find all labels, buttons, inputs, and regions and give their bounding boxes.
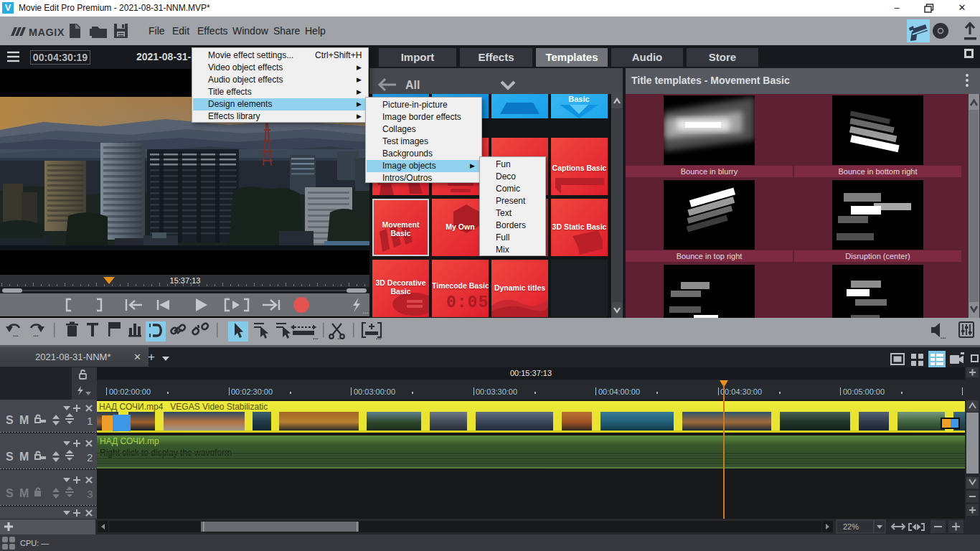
svg-text:00:04:00:00: 00:04:00:00 — [598, 387, 640, 396]
svg-text:00:02:00:00: 00:02:00:00 — [109, 387, 151, 396]
svg-text:...: ... — [313, 334, 319, 341]
svg-text:MAGIX: MAGIX — [29, 27, 65, 38]
svg-text:...: ... — [13, 331, 19, 338]
svg-text:00:04:30:00: 00:04:30:00 — [720, 387, 762, 396]
svg-text:M: M — [19, 414, 29, 426]
svg-text:...: ... — [362, 307, 368, 315]
svg-text:...: ... — [337, 334, 343, 341]
svg-text:S: S — [6, 414, 14, 426]
svg-text:M: M — [19, 451, 29, 463]
svg-text:00:03:00:00: 00:03:00:00 — [354, 387, 395, 396]
svg-text:00:05:00:00: 00:05:00:00 — [843, 387, 885, 396]
svg-text:Basic: Basic — [568, 95, 589, 103]
svg-text:S: S — [6, 451, 14, 463]
svg-text:15:37:13: 15:37:13 — [170, 276, 201, 285]
svg-text:00:03:30:00: 00:03:30:00 — [476, 387, 517, 396]
svg-text:2: 2 — [87, 451, 93, 463]
svg-text:22%: 22% — [843, 522, 859, 531]
svg-text:1: 1 — [87, 415, 93, 427]
svg-text:M: M — [19, 487, 29, 499]
svg-text:...: ... — [33, 331, 39, 338]
svg-text:...: ... — [376, 334, 382, 341]
svg-text:00:02:30:00: 00:02:30:00 — [231, 387, 273, 396]
svg-text:All: All — [405, 79, 420, 91]
svg-text:...: ... — [941, 333, 946, 340]
svg-text:S: S — [6, 487, 14, 499]
svg-text:3: 3 — [87, 488, 93, 500]
